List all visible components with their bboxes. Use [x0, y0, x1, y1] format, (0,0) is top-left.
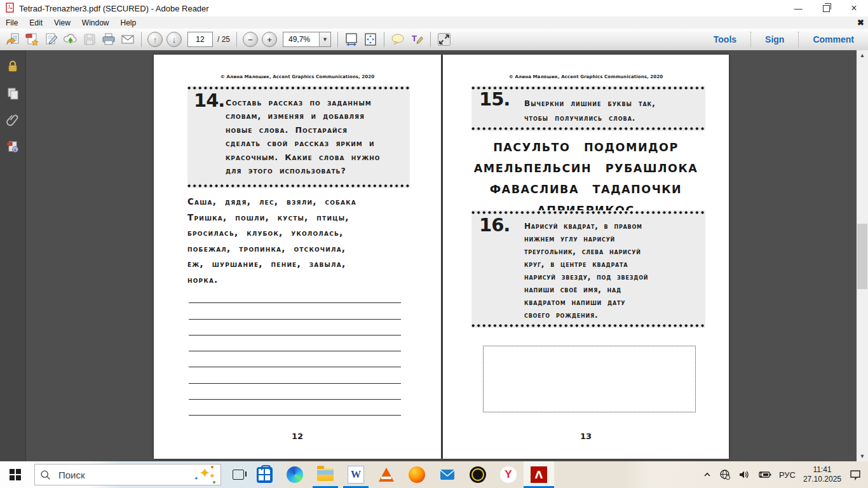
page-thumbnails-icon[interactable] [5, 86, 20, 101]
taskbar-app-yandex[interactable]: Y [493, 461, 524, 488]
create-pdf-button[interactable] [23, 30, 42, 48]
vertical-scrollbar[interactable]: ▲ ▼ [857, 50, 868, 461]
minimize-button[interactable]: — [784, 0, 812, 17]
word-icon: W [348, 466, 364, 484]
security-lock-icon[interactable] [5, 59, 20, 74]
close-button[interactable]: × [840, 0, 868, 17]
task-14-text-line: сделать свой рассказ ярким и [226, 137, 381, 150]
network-globe-icon[interactable] [719, 469, 731, 480]
email-button[interactable] [118, 30, 137, 48]
scroll-down-icon[interactable]: ▼ [857, 451, 868, 461]
puzzle-word-line: ПАСУЛЬТО ПОДОМИДОР [443, 137, 729, 158]
pdf-page-13: © Алина Малошик, Accent Graphics Communi… [443, 55, 729, 459]
word-list-line: бросилась, клубок, укололась, [187, 225, 356, 241]
scroll-up-icon[interactable]: ▲ [857, 50, 868, 60]
menu-file[interactable]: File [0, 17, 24, 29]
search-input[interactable] [57, 469, 194, 481]
taskbar-app-edge[interactable] [280, 461, 310, 488]
writing-line [189, 367, 401, 383]
task-view-button[interactable] [227, 461, 249, 488]
language-indicator[interactable]: РУС [779, 470, 796, 480]
writing-line [189, 303, 401, 319]
comment-bubble-button[interactable] [388, 30, 407, 48]
page-number-13: 13 [443, 431, 729, 441]
task-14-block: 14. Составь рассказ по заданнымсловам, и… [187, 86, 410, 188]
tray-chevron-up-icon[interactable] [703, 470, 712, 479]
start-button[interactable] [0, 461, 31, 488]
taskbar-app-aimp[interactable] [463, 461, 493, 488]
restore-icon [823, 5, 830, 12]
volume-speaker-icon[interactable] [738, 469, 750, 480]
previous-page-button[interactable]: ↑ [146, 30, 165, 48]
tools-button[interactable]: Tools [700, 32, 750, 47]
task-16-text-line: квадратом напиши дату [524, 296, 648, 309]
menu-bar: File Edit View Window Help ✖ [0, 17, 868, 29]
word-list: Саша, дядя, лес, взяли, собакаТришка, по… [187, 194, 356, 288]
document-area: i © Алина Малошик, Accent Graphics Commu… [0, 50, 868, 461]
copyright-line: © Алина Малошик, Accent Graphics Communi… [443, 74, 729, 79]
document-close-icon[interactable]: ✖ [857, 18, 864, 27]
cloud-upload-button[interactable] [61, 30, 80, 48]
taskbar-app-store[interactable] [249, 461, 280, 488]
print-icon [101, 32, 116, 47]
fit-page-button[interactable] [361, 30, 380, 48]
document-info-icon[interactable]: i [5, 139, 20, 154]
taskbar-app-explorer[interactable] [310, 461, 341, 488]
battery-charging-icon[interactable] [757, 470, 771, 479]
comment-panel-button[interactable]: Comment [798, 32, 868, 47]
word-list-line: Тришка, пошли, кусты, птицы, [187, 210, 356, 226]
svg-text:i: i [15, 147, 16, 152]
text-markup-button[interactable]: T [407, 30, 426, 48]
adobe-pdf-icon [5, 3, 15, 15]
taskbar-app-mail[interactable] [432, 461, 463, 488]
page-number-input[interactable] [188, 32, 212, 46]
word-list-line: Саша, дядя, лес, взяли, собака [187, 194, 356, 210]
open-button[interactable] [4, 30, 23, 48]
taskbar-search[interactable]: ✦✦✦ [34, 464, 221, 485]
drawing-box [483, 346, 696, 412]
clock[interactable]: 11:41 27.10.2025 [803, 465, 841, 484]
taskbar-app-firefox[interactable] [402, 461, 432, 488]
print-button[interactable] [99, 30, 118, 48]
minus-icon: − [243, 32, 258, 47]
attachments-paperclip-icon[interactable] [5, 112, 20, 128]
task-16-text-line: нижнем углу нарисуй [524, 233, 648, 245]
menu-view[interactable]: View [48, 17, 76, 29]
restore-button[interactable] [812, 0, 840, 17]
writing-line [189, 287, 401, 303]
next-page-button[interactable]: ↓ [165, 30, 184, 48]
cloud-upload-icon [63, 32, 78, 47]
task-14-text-line: для этого использовать? [226, 164, 381, 177]
zoom-in-button[interactable]: + [260, 30, 279, 48]
task-16-block: 16. Нарисуй квадрат, в правомнижнем углу… [471, 210, 705, 328]
scrollbar-thumb[interactable] [857, 224, 867, 289]
menu-window[interactable]: Window [76, 17, 115, 29]
zoom-dropdown-button[interactable]: ▼ [319, 32, 330, 46]
task-16-text-line: напиши своё имя, над [524, 283, 648, 296]
fit-width-icon [344, 32, 359, 47]
pdf-page-12: © Алина Малошик, Accent Graphics Communi… [154, 55, 441, 459]
sign-document-button[interactable] [42, 30, 61, 48]
menu-help[interactable]: Help [115, 17, 142, 29]
taskbar-app-adobe-reader[interactable]: ꓥ [524, 461, 554, 488]
chevron-down-icon: ▼ [322, 36, 328, 43]
save-icon [82, 32, 97, 47]
zoom-out-button[interactable]: − [241, 30, 260, 48]
menu-edit[interactable]: Edit [24, 17, 48, 29]
fit-width-button[interactable] [342, 30, 361, 48]
email-icon [120, 32, 135, 47]
task-15-text: Вычеркни лишние буквы так,чтобы получили… [524, 97, 656, 126]
copilot-sparkles-icon: ✦✦✦ [194, 466, 215, 484]
save-button[interactable] [80, 30, 99, 48]
fullscreen-button[interactable] [435, 30, 454, 48]
taskbar-app-vlc[interactable] [371, 461, 402, 488]
plus-icon: + [262, 32, 277, 47]
system-tray: РУС 11:41 27.10.2025 [703, 465, 868, 484]
notification-center-icon[interactable] [849, 468, 862, 481]
vlc-icon [379, 468, 394, 482]
sign-panel-button[interactable]: Sign [750, 32, 798, 47]
task-view-icon [233, 470, 244, 480]
copyright-line: © Алина Малошик, Accent Graphics Communi… [154, 74, 441, 79]
taskbar-app-word[interactable]: W [341, 461, 371, 488]
text-markup-icon: T [409, 32, 424, 47]
